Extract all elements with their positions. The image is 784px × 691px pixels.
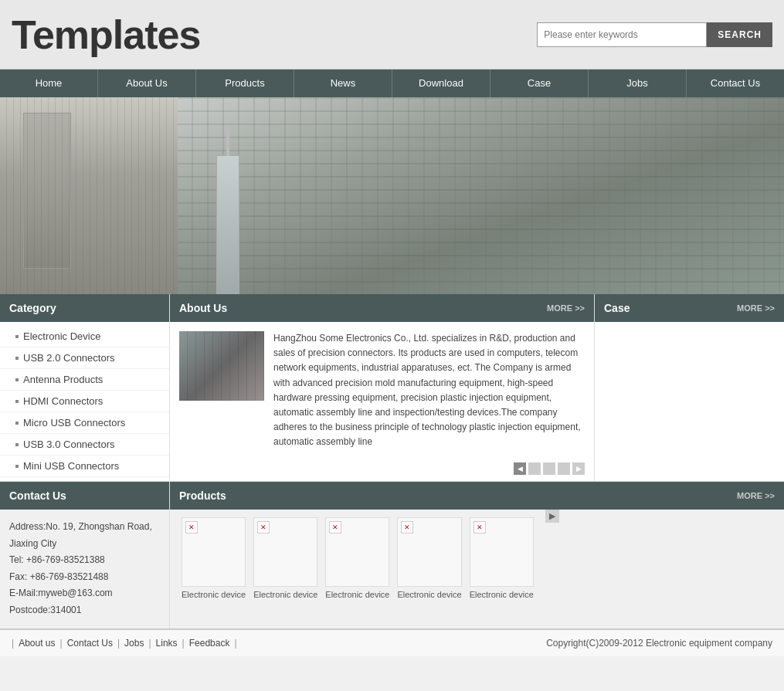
contact-email: E-Mail:myweb@163.com xyxy=(9,585,160,602)
search-button[interactable]: SEARCH xyxy=(707,22,772,47)
products-header: Products MORE >> xyxy=(170,482,784,510)
product-label-4: Electronic device xyxy=(397,590,461,599)
product-item-1[interactable]: ✕ Electronic device xyxy=(178,517,249,599)
hero-left-panel xyxy=(0,97,178,294)
product-item-4[interactable]: ✕ Electronic device xyxy=(393,517,465,599)
case-more-link[interactable]: MORE >> xyxy=(737,300,775,316)
about-more-link[interactable]: MORE >> xyxy=(547,300,585,316)
site-title: Templates xyxy=(12,12,200,58)
contact-fax: Fax: +86-769-83521488 xyxy=(9,569,160,586)
footer: | About us | Contact Us | Jobs | Links |… xyxy=(0,628,784,656)
sidebar-item-microusb[interactable]: Micro USB Connectors xyxy=(0,412,169,434)
about-text: HangZhou Some Electronics Co., Ltd. spec… xyxy=(273,331,585,450)
about-image xyxy=(179,331,264,401)
footer-link-contact[interactable]: Contact Us xyxy=(67,638,113,649)
nav-news[interactable]: News xyxy=(294,69,392,97)
broken-img-5: ✕ xyxy=(473,521,486,533)
product-item-5[interactable]: ✕ Electronic device xyxy=(466,517,538,599)
image-nav-btn-4[interactable] xyxy=(558,462,570,475)
product-label-3: Electronic device xyxy=(325,590,389,599)
product-image-1: ✕ xyxy=(182,517,246,587)
contact-info: Address:No. 19, Zhongshan Road, Jiaxing … xyxy=(0,510,169,628)
sidebar-item-usb3[interactable]: USB 3.0 Connectors xyxy=(0,434,169,456)
sidebar-item-usb2[interactable]: USB 2.0 Connectors xyxy=(0,347,169,369)
products-grid: ✕ Electronic device ✕ Electronic device … xyxy=(170,510,545,607)
footer-link-feedback[interactable]: Feedback xyxy=(189,638,230,649)
sidebar-item-hdmi[interactable]: HDMI Connectors xyxy=(0,391,169,412)
contact-postcode: Postcode:314001 xyxy=(9,602,160,619)
nav-products[interactable]: Products xyxy=(196,69,294,97)
main-nav: Home About Us Products News Download Cas… xyxy=(0,69,784,97)
broken-img-1: ✕ xyxy=(185,521,198,533)
product-item-3[interactable]: ✕ Electronic device xyxy=(321,517,393,599)
nav-home[interactable]: Home xyxy=(0,69,98,97)
hero-tower xyxy=(216,155,239,294)
sidebar-item-electronic-device[interactable]: Electronic Device xyxy=(0,326,169,347)
sidebar-header: Category xyxy=(0,294,169,322)
nav-download[interactable]: Download xyxy=(392,69,490,97)
product-item-2[interactable]: ✕ Electronic device xyxy=(249,517,321,599)
about-section: About Us MORE >> HangZhou Some Electroni… xyxy=(170,294,595,481)
footer-copyright: Copyright(C)2009-2012 Electronic equipme… xyxy=(546,638,772,649)
image-nav-btn-5[interactable]: ▶ xyxy=(572,462,585,475)
contact-header: Contact Us xyxy=(0,482,169,510)
broken-img-3: ✕ xyxy=(329,521,341,533)
case-header: Case MORE >> xyxy=(595,294,784,322)
products-row: ✕ Electronic device ✕ Electronic device … xyxy=(170,510,784,607)
sidebar: Category Electronic Device USB 2.0 Conne… xyxy=(0,294,170,481)
image-nav-btn-1[interactable]: ◀ xyxy=(514,462,526,475)
contact-tel: Tel: +86-769-83521388 xyxy=(9,552,160,569)
footer-link-jobs[interactable]: Jobs xyxy=(124,638,144,649)
search-area: SEARCH xyxy=(537,22,772,47)
product-image-3: ✕ xyxy=(325,517,389,587)
product-label-1: Electronic device xyxy=(182,590,246,599)
products-section: Products MORE >> ✕ Electronic device ✕ E… xyxy=(170,482,784,628)
image-nav-btn-2[interactable] xyxy=(528,462,541,475)
sidebar-items: Electronic Device USB 2.0 Connectors Ant… xyxy=(0,322,169,481)
products-scroll-right[interactable]: ▶ xyxy=(545,510,559,523)
sidebar-item-miniusb[interactable]: Mini USB Connectors xyxy=(0,456,169,477)
case-section: Case MORE >> xyxy=(595,294,784,481)
main-top: Category Electronic Device USB 2.0 Conne… xyxy=(0,294,784,481)
footer-links-left: | About us | Contact Us | Jobs | Links |… xyxy=(12,638,237,649)
contact-section: Contact Us Address:No. 19, Zhongshan Roa… xyxy=(0,482,170,628)
footer-link-about[interactable]: About us xyxy=(19,638,55,649)
about-header: About Us MORE >> xyxy=(170,294,594,322)
product-image-4: ✕ xyxy=(397,517,461,587)
product-image-2: ✕ xyxy=(253,517,317,587)
nav-contact[interactable]: Contact Us xyxy=(687,69,784,97)
products-more-link[interactable]: MORE >> xyxy=(737,488,775,503)
product-label-5: Electronic device xyxy=(470,590,534,599)
header: Templates SEARCH xyxy=(0,0,784,69)
hero-banner xyxy=(0,97,784,294)
broken-img-4: ✕ xyxy=(401,521,413,533)
hero-right-panel xyxy=(178,97,784,294)
nav-about[interactable]: About Us xyxy=(98,69,196,97)
contact-address: Address:No. 19, Zhongshan Road, Jiaxing … xyxy=(9,519,160,552)
main-bottom: Contact Us Address:No. 19, Zhongshan Roa… xyxy=(0,481,784,628)
broken-img-2: ✕ xyxy=(257,521,270,533)
nav-case[interactable]: Case xyxy=(490,69,589,97)
nav-jobs[interactable]: Jobs xyxy=(589,69,687,97)
product-label-2: Electronic device xyxy=(253,590,317,599)
sidebar-item-antenna[interactable]: Antenna Products xyxy=(0,369,169,391)
about-content: HangZhou Some Electronics Co., Ltd. spec… xyxy=(170,322,594,459)
footer-link-links[interactable]: Links xyxy=(156,638,178,649)
case-content xyxy=(595,322,784,445)
search-input[interactable] xyxy=(537,22,707,47)
image-nav-btn-3[interactable] xyxy=(543,462,555,475)
product-image-5: ✕ xyxy=(470,517,534,587)
image-nav: ◀ ▶ xyxy=(170,459,594,481)
